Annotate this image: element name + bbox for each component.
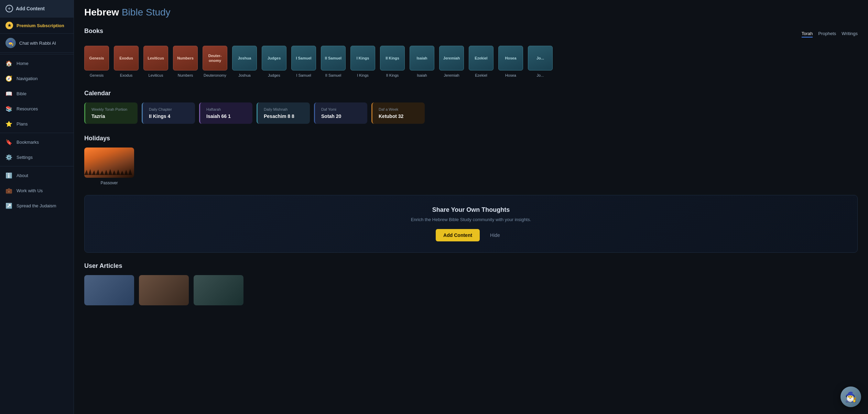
calendar-card-type: Daf a Week xyxy=(379,107,419,111)
sidebar-item-spread-judaism[interactable]: ↗️ Spread the Judaism xyxy=(0,198,74,213)
books-section-title: Books xyxy=(84,28,103,35)
passover-image xyxy=(84,148,134,178)
sidebar-item-settings[interactable]: ⚙️ Settings xyxy=(0,150,74,165)
article-thumb-1[interactable] xyxy=(84,275,134,305)
tab-torah[interactable]: Torah xyxy=(802,30,813,37)
divider-3 xyxy=(0,166,74,166)
book-cover-genesis: Genesis xyxy=(84,46,109,70)
book-cover-judges: Judges xyxy=(262,46,286,70)
sidebar-item-about[interactable]: ℹ️ About xyxy=(0,168,74,183)
book-hosea[interactable]: Hosea Hosea xyxy=(498,46,523,77)
book-label-genesis: Genesis xyxy=(90,73,104,77)
calendar-card-daf-week[interactable]: Daf a Week Ketubot 32 xyxy=(371,102,425,124)
book-label-i-kings: I Kings xyxy=(357,73,369,77)
share-section: Share Your Own Thoughts Enrich the Hebre… xyxy=(84,195,858,253)
share-add-content-button[interactable]: Add Content xyxy=(436,229,480,241)
holidays-section: Holidays Passover xyxy=(84,135,858,185)
holiday-passover[interactable]: Passover xyxy=(84,148,134,185)
book-genesis[interactable]: Genesis Genesis xyxy=(84,46,109,77)
book-label-ii-kings: II Kings xyxy=(386,73,399,77)
navigation-icon: 🧭 xyxy=(6,75,12,82)
tab-writings[interactable]: Writings xyxy=(842,30,858,37)
spread-icon: ↗️ xyxy=(6,202,12,209)
passover-label: Passover xyxy=(100,181,118,185)
book-cover-hosea: Hosea xyxy=(498,46,523,70)
book-jeremiah[interactable]: Jeremi­ah Jeremiah xyxy=(439,46,464,77)
sidebar-item-navigation[interactable]: 🧭 Navigation xyxy=(0,71,74,86)
calendar-section: Calendar Weekly Torah Portion Tazria Dai… xyxy=(84,90,858,125)
book-cover-i-kings: I Kings xyxy=(350,46,375,70)
book-cover-ezekiel: Ezekiel xyxy=(469,46,493,70)
book-cover-deuteronomy: Deuter­onomy xyxy=(203,46,227,70)
sidebar-item-home[interactable]: 🏠 Home xyxy=(0,56,74,71)
books-section-header: Books Torah Prophets Writings xyxy=(84,28,858,40)
book-cover-joshua: Joshua xyxy=(232,46,257,70)
book-label-joshua: Joshua xyxy=(238,73,250,77)
main-content: Hebrew Bible Study Books Torah Prophets … xyxy=(74,0,868,414)
calendar-card-weekly-torah[interactable]: Weekly Torah Portion Tazria xyxy=(84,102,138,124)
article-thumb-3[interactable] xyxy=(194,275,243,305)
book-deuteronomy[interactable]: Deuter­onomy Deuteronomy xyxy=(203,46,227,77)
book-i-kings[interactable]: I Kings I Kings xyxy=(350,46,375,77)
sidebar-item-label: About xyxy=(17,173,28,178)
sidebar: + Add Content ★ Premium Subscription 🧙 C… xyxy=(0,0,74,414)
sidebar-item-plans[interactable]: ⭐ Plans xyxy=(0,116,74,131)
calendar-card-haftarah[interactable]: Haftarah Isaiah 66 1 xyxy=(199,102,252,124)
share-title: Share Your Own Thoughts xyxy=(91,206,850,214)
sidebar-item-work-with-us[interactable]: 💼 Work with Us xyxy=(0,183,74,198)
calendar-card-daf-yomi[interactable]: Daf Yomi Sotah 20 xyxy=(314,102,367,124)
article-thumb-2[interactable] xyxy=(139,275,189,305)
book-label-deuteronomy: Deuteronomy xyxy=(204,73,226,77)
share-buttons: Add Content Hide xyxy=(91,229,850,241)
book-exodus[interactable]: Exodus Exodus xyxy=(114,46,139,77)
book-leviticus[interactable]: Leviti­cus Leviticus xyxy=(143,46,168,77)
user-articles-section: User Articles xyxy=(84,262,858,305)
bible-icon: 📖 xyxy=(6,90,12,97)
share-description: Enrich the Hebrew Bible Study community … xyxy=(91,217,850,222)
share-hide-button[interactable]: Hide xyxy=(484,229,506,241)
book-cover-exodus: Exodus xyxy=(114,46,139,70)
book-jo[interactable]: Jo... Jo... xyxy=(528,46,553,77)
tab-prophets[interactable]: Prophets xyxy=(818,30,836,37)
sidebar-item-label: Work with Us xyxy=(17,188,43,193)
divider-1 xyxy=(0,54,74,54)
divider-2 xyxy=(0,133,74,133)
book-cover-leviticus: Leviti­cus xyxy=(143,46,168,70)
sidebar-item-label: Home xyxy=(17,61,29,66)
about-icon: ℹ️ xyxy=(6,172,12,179)
floating-rabbi-chat-button[interactable]: 🧙‍♂️ xyxy=(840,386,861,407)
calendar-card-value: Sotah 20 xyxy=(321,113,361,119)
chat-rabbi-item[interactable]: 🧙 Chat with Rabbi AI xyxy=(0,34,74,53)
book-numbers[interactable]: Numbe­rs Numbers xyxy=(173,46,198,77)
add-content-button[interactable]: + Add Content xyxy=(0,0,74,18)
plans-icon: ⭐ xyxy=(6,120,12,127)
calendar-card-type: Weekly Torah Portion xyxy=(91,107,131,111)
home-icon: 🏠 xyxy=(6,60,12,67)
book-ezekiel[interactable]: Ezekiel Ezekiel xyxy=(469,46,493,77)
book-ii-kings[interactable]: II Kings II Kings xyxy=(380,46,405,77)
sidebar-item-resources[interactable]: 📚 Resources xyxy=(0,101,74,116)
book-label-hosea: Hosea xyxy=(505,73,516,77)
book-i-samuel[interactable]: I Samuel I Samuel xyxy=(291,46,316,77)
book-label-exodus: Exodus xyxy=(120,73,133,77)
premium-subscription-item[interactable]: ★ Premium Subscription xyxy=(0,18,74,34)
resources-icon: 📚 xyxy=(6,105,12,112)
articles-grid xyxy=(84,275,858,305)
sidebar-item-bookmarks[interactable]: 🔖 Bookmarks xyxy=(0,134,74,150)
calendar-card-daily-chapter[interactable]: Daily Chapter II Kings 4 xyxy=(142,102,195,124)
rabbi-label: Chat with Rabbi AI xyxy=(19,41,56,46)
book-label-ii-samuel: II Samuel xyxy=(325,73,341,77)
title-light: Bible Study xyxy=(122,7,171,18)
book-label-numbers: Numbers xyxy=(178,73,193,77)
sidebar-item-bible[interactable]: 📖 Bible xyxy=(0,86,74,101)
book-isaiah[interactable]: Isaiah Isaiah xyxy=(410,46,434,77)
calendar-card-value: Isaiah 66 1 xyxy=(206,113,246,119)
book-label-isaiah: Isaiah xyxy=(417,73,427,77)
book-ii-samuel[interactable]: II Samuel II Samuel xyxy=(321,46,346,77)
book-label-ezekiel: Ezekiel xyxy=(475,73,487,77)
calendar-card-daily-mishnah[interactable]: Daily Mishnah Pesachim 8 8 xyxy=(257,102,310,124)
book-judges[interactable]: Judges Judges xyxy=(262,46,286,77)
books-scroll-container: Genesis Genesis Exodus Exodus Leviti­cus… xyxy=(84,46,858,80)
book-cover-ii-kings: II Kings xyxy=(380,46,405,70)
book-joshua[interactable]: Joshua Joshua xyxy=(232,46,257,77)
